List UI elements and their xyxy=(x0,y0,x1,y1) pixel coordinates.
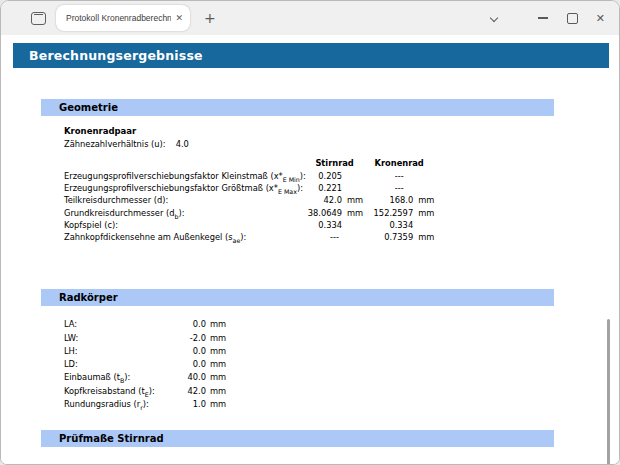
page-title: Berechnungsergebnisse xyxy=(13,43,609,68)
list-item: Einbaumaß (tB):40.0mm xyxy=(64,371,230,384)
window-icon xyxy=(31,12,46,25)
vertical-scrollbar-thumb[interactable] xyxy=(607,319,610,465)
title-bar: Protokoll Kronenradberechnung ✕ + ✕ xyxy=(1,1,619,35)
section-header-geometrie: Geometrie xyxy=(41,99,554,116)
app-window: Protokoll Kronenradberechnung ✕ + ✕ Bere… xyxy=(0,0,620,465)
table-row: Zahnkopfdickensehne am Außenkegel (sae):… xyxy=(64,231,435,243)
table-row: Erzeugungsprofilverschiebungsfaktor Größ… xyxy=(64,182,435,194)
list-item: LA:0.0mm xyxy=(64,318,230,331)
tab-close-icon[interactable]: ✕ xyxy=(171,14,183,23)
ratio-row: Zähnezahlverhältnis (u):4.0 xyxy=(64,139,554,149)
section-header-radkoerper: Radkörper xyxy=(41,289,554,306)
col-header-stirnrad: Stirnrad xyxy=(306,158,363,170)
table-row: Kopfspiel (c):0.3340.334 xyxy=(64,219,435,231)
new-tab-button[interactable]: + xyxy=(204,11,216,25)
section-radkoerper: Radkörper LA:0.0mmLW:-2.0mmLH:0.0mmLD:0.… xyxy=(41,289,554,411)
table-header-row: Stirnrad Kronenrad xyxy=(64,158,435,170)
window-controls: ✕ xyxy=(490,1,619,35)
close-button[interactable]: ✕ xyxy=(596,13,605,24)
maximize-button[interactable] xyxy=(567,13,578,24)
section-header-pruefmasse: Prüfmaße Stirnrad xyxy=(41,430,554,447)
table-row: Erzeugungsprofilverschiebungsfaktor Klei… xyxy=(64,170,435,182)
list-item: Rundungsradius (rr):1.0mm xyxy=(64,398,230,411)
section-pruefmasse: Prüfmaße Stirnrad xyxy=(41,430,554,447)
minimize-button[interactable] xyxy=(538,17,548,18)
ratio-label: Zähnezahlverhältnis (u): xyxy=(64,139,166,149)
col-header-kronenrad: Kronenrad xyxy=(363,158,435,170)
list-item: Kopfkreisabstand (tE):42.0mm xyxy=(64,385,230,398)
chevron-down-icon[interactable] xyxy=(490,14,498,22)
table-row: Grundkreisdurchmesser (db):38.0649mm152.… xyxy=(64,207,435,219)
subheading-kronenradpaar: Kronenradpaar xyxy=(64,126,554,136)
list-item: LD:0.0mm xyxy=(64,358,230,371)
tab-protokoll-kronenradberechnung[interactable]: Protokoll Kronenradberechnung ✕ xyxy=(56,5,190,31)
list-item: LH:0.0mm xyxy=(64,345,230,358)
section-geometrie: Geometrie Kronenradpaar Zähnezahlverhält… xyxy=(41,99,554,243)
list-item: LW:-2.0mm xyxy=(64,332,230,345)
radkoerper-table: LA:0.0mmLW:-2.0mmLH:0.0mmLD:0.0mmEinbaum… xyxy=(64,318,230,411)
table-row: Teilkreisdurchmesser (d):42.0mm168.0mm xyxy=(64,194,435,206)
geometry-table: Stirnrad Kronenrad Erzeugungsprofilversc… xyxy=(64,158,435,243)
report-page: Berechnungsergebnisse Geometrie Kronenra… xyxy=(1,43,619,465)
tab-title: Protokoll Kronenradberechnung xyxy=(66,13,171,23)
ratio-value: 4.0 xyxy=(176,139,189,149)
